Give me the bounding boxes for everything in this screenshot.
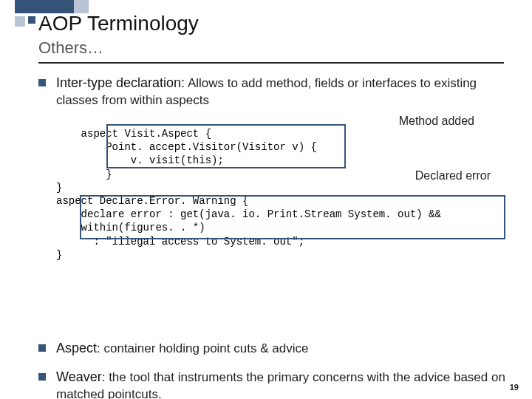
bullet-icon — [38, 373, 46, 381]
accent-square-dark — [28, 16, 35, 24]
code-text: aspect Visit.Aspect { Point. accept.Visi… — [56, 128, 441, 261]
bullet-icon — [38, 344, 46, 352]
page-title: AOP Terminology — [38, 12, 199, 35]
accent-square-light — [15, 16, 25, 27]
bullet-item-weaver: Weaver: the tool that instruments the pr… — [38, 368, 511, 399]
term-intertype: Inter-type declaration: — [56, 75, 185, 90]
bullet-body: Aspect: container holding point cuts & a… — [56, 339, 511, 358]
bullet-icon — [38, 79, 46, 86]
bullet-body: Inter-type declaration: Allows to add me… — [56, 74, 511, 109]
bullet-item-aspect: Aspect: container holding point cuts & a… — [38, 339, 511, 358]
annotation-method-added: Method added — [399, 114, 474, 129]
page-number: 19 — [510, 383, 519, 392]
page-subtitle: Others… — [38, 38, 103, 58]
bullet-item-intertype: Inter-type declaration: Allows to add me… — [38, 74, 511, 109]
code-block: aspect Visit.Aspect { Point. accept.Visi… — [56, 114, 511, 329]
content-area: Inter-type declaration: Allows to add me… — [38, 74, 511, 399]
term-weaver: Weaver — [56, 369, 102, 384]
annotation-declared-error: Declared error — [415, 168, 491, 184]
weaver-desc: : the tool that instruments the primary … — [56, 370, 505, 399]
term-aspect: Aspect — [56, 341, 97, 355]
title-underline — [38, 62, 504, 64]
bullet-body: Weaver: the tool that instruments the pr… — [56, 368, 511, 399]
aspect-desc: : container holding point cuts & advice — [97, 341, 308, 355]
